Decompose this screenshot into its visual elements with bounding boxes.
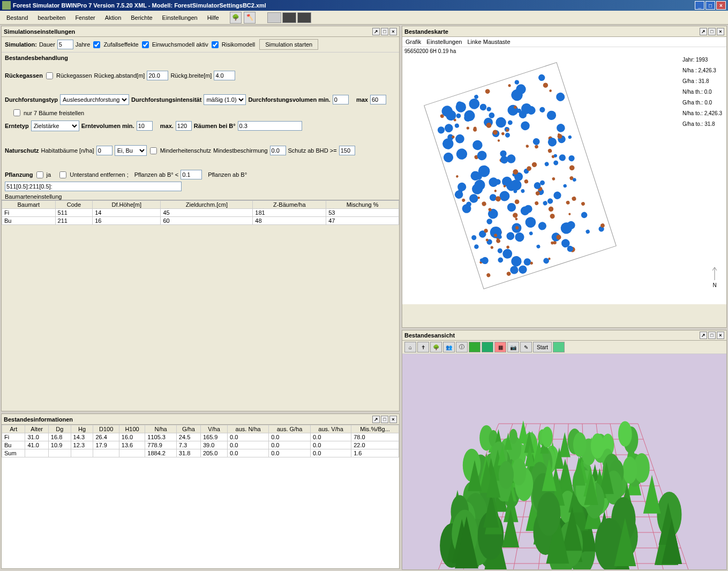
map-stats: Jahr: 1993 N/ha : 2,426.3 G/ha : 31.8 N/… [682,55,722,130]
view3d-people-icon[interactable]: 👥 [443,342,455,352]
input-erntevol-min[interactable] [137,121,153,131]
table-row[interactable]: Fi511144518153 [2,209,399,217]
panel-detach-icon[interactable]: ↗ [372,416,380,423]
svg-point-193 [556,123,566,133]
menu-berichte[interactable]: Berichte [126,13,156,22]
svg-point-33 [510,255,523,268]
panel-max-icon[interactable]: □ [381,416,388,423]
input-df-vol-min[interactable] [333,95,349,104]
minimize-button[interactable]: _ [695,1,704,10]
axe-icon[interactable]: 🪓 [244,12,256,24]
table-header: Mischung % [326,201,399,209]
close-button[interactable]: × [716,1,726,10]
panel-detach-icon[interactable]: ↗ [700,332,707,339]
input-pflanz-text[interactable] [5,182,182,191]
select-erntetyp[interactable]: Zielstärke [31,121,79,131]
checkbox-zufall[interactable] [93,41,100,48]
panel-bestandesinformationen: Bestandesinformationen ↗ □ × ArtAlterDgH… [1,414,400,569]
map-menu-einstellungen[interactable]: Einstellungen [426,39,462,45]
panel-max-icon[interactable]: □ [708,332,716,339]
select-df-intens[interactable]: mäßig (1.0) [204,94,246,105]
input-mindestbesch[interactable] [270,146,286,155]
table-header: Df.Höhe[m] [93,201,161,209]
panel-close-icon[interactable]: × [717,332,724,339]
toolbar-view3-icon[interactable] [297,12,311,23]
input-df-vol-max[interactable] [370,95,386,104]
svg-point-157 [486,218,493,225]
table-row[interactable]: Sum1884.231.8205.00.00.00.01.6 [2,449,399,457]
input-rueck-breite[interactable] [214,71,235,80]
toolbar-view2-icon[interactable] [282,12,296,23]
svg-point-107 [569,164,575,171]
checkbox-risiko[interactable] [212,41,219,48]
view3d-canvas[interactable] [402,354,726,569]
svg-point-118 [471,235,477,241]
svg-point-134 [479,103,487,111]
select-habitat-species[interactable]: Ei, Bu [115,145,147,156]
input-schutz-bhd[interactable] [339,146,355,155]
input-rueck-abstand[interactable] [147,71,168,80]
map-menu-maustaste[interactable]: Linke Maustaste [467,39,510,45]
panel-close-icon[interactable]: × [717,28,724,35]
table-header: aus. V/ha [310,425,351,433]
toolbar-view1-icon[interactable] [267,12,281,23]
svg-point-11 [568,213,571,215]
panel-detach-icon[interactable]: ↗ [372,28,380,35]
svg-point-159 [547,148,552,153]
table-row[interactable]: Bu21116604847 [2,217,399,225]
input-erntevol-max[interactable] [176,121,192,131]
menu-bearbeiten[interactable]: bearbeiten [33,13,70,22]
view3d-info-icon[interactable]: ⓘ [456,342,468,352]
view3d-grid-icon[interactable]: ▦ [494,342,506,352]
menu-aktion[interactable]: Aktion [101,13,126,22]
svg-point-15 [548,206,554,212]
svg-point-168 [531,161,538,168]
start-simulation-button[interactable]: Simulation starten [259,39,318,50]
table-row[interactable]: Bu41.010.912.317.913.6778.97.339.00.00.0… [2,441,399,449]
input-raeumen[interactable] [238,121,302,131]
svg-point-176 [476,149,487,161]
panel-bestandeskarte: Bestandeskarte ↗ □ × Grafik Einstellunge… [402,26,727,328]
view3d-green1-icon[interactable] [469,342,481,352]
svg-point-63 [515,217,518,221]
panel-max-icon[interactable]: □ [381,28,388,35]
input-habitat[interactable] [96,146,112,155]
menu-fenster[interactable]: Fenster [71,13,99,22]
map-menu-grafik[interactable]: Grafik [406,39,421,45]
table-row[interactable]: Fi31.016.814.326.416.01105.324.5165.90.0… [2,433,399,441]
checkbox-minderheit[interactable] [150,147,157,154]
view3d-camera-icon[interactable]: 📷 [507,342,519,352]
checkbox-einwuchs[interactable] [142,41,149,48]
svg-point-98 [486,106,492,112]
label-erntevol-max: max. [160,123,174,129]
view3d-edit-icon[interactable]: ✎ [520,342,532,352]
menu-hilfe[interactable]: Hilfe [203,13,223,22]
menu-einstellungen[interactable]: Einstellungen [158,13,202,22]
view3d-house-icon[interactable]: ⌂ [404,342,416,352]
view3d-texture-icon[interactable] [553,342,565,352]
select-df-typ[interactable]: Auslesedurchforstung [60,94,129,105]
view3d-tree-icon[interactable]: 🌳 [430,342,442,352]
panel-detach-icon[interactable]: ↗ [700,28,707,35]
maximize-button[interactable]: □ [706,1,715,10]
table-header: Z-Bäume/ha [253,201,326,209]
map-canvas[interactable]: 95650200 6H 0.19 ha Jahr: 1993 N/ha : 2,… [402,47,726,304]
checkbox-rueckegassen[interactable] [46,72,53,79]
checkbox-pflanz-ja[interactable] [36,171,43,178]
tree-icon[interactable]: 🌳 [230,12,242,24]
panel-close-icon[interactable]: × [389,28,397,35]
view3d-green2-icon[interactable] [482,342,493,352]
svg-point-119 [524,216,537,229]
checkbox-nur-z[interactable] [13,109,20,116]
view3d-cross-icon[interactable]: ✝ [417,342,429,352]
label-simulation: Simulation: [5,41,37,48]
svg-point-45 [581,201,586,206]
input-pflanz-ab[interactable] [181,170,202,179]
checkbox-unterstand[interactable] [59,171,66,178]
panel-max-icon[interactable]: □ [708,28,716,35]
view3d-start-button[interactable]: Start [533,342,552,352]
panel-close-icon[interactable]: × [389,416,397,423]
svg-point-378 [499,461,514,489]
menu-bestand[interactable]: Bestand [2,13,32,22]
input-dauer[interactable] [57,40,73,49]
